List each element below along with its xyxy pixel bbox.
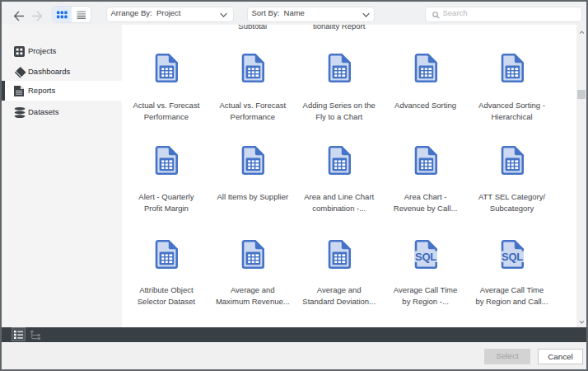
svg-text:SQL: SQL [415, 251, 436, 263]
svg-text:SQL: SQL [502, 251, 523, 263]
